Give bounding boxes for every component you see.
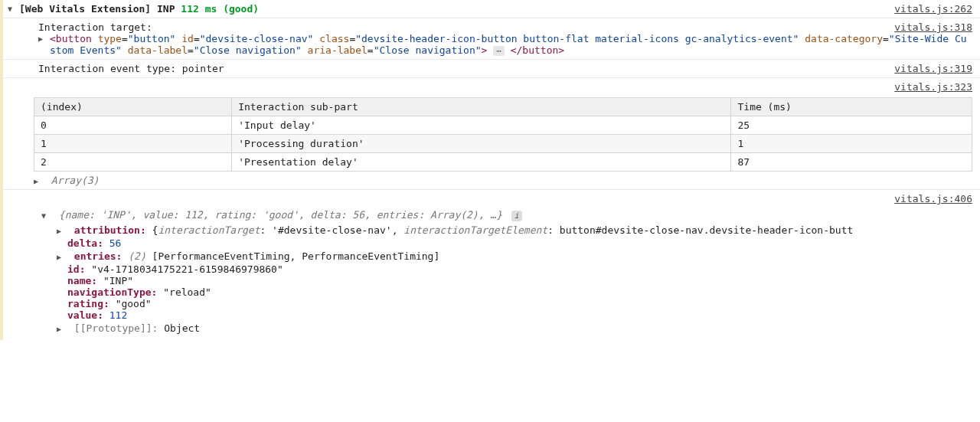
prototype-line[interactable]: ▶ [[Prototype]]: Object [3,321,972,335]
event-type-row: Interaction event type: pointer vitals.j… [0,60,980,78]
col-index: (index) [34,98,232,116]
event-type-text: Interaction event type: pointer [8,63,224,74]
value-line: value: 112 [3,309,972,321]
breakdown-table-wrap: (index) Interaction sub-part Time (ms) 0… [0,96,980,190]
delta-line: delta: 56 [3,237,972,249]
object-preview-line[interactable]: ▼ {name: 'INP', value: 112, rating: 'goo… [3,208,972,223]
info-icon[interactable]: i [511,211,522,221]
table-row: 2'Presentation delay'87 [34,153,972,172]
table-row: 1'Processing duration'1 [34,135,972,153]
ellipsis-icon[interactable]: ⋯ [493,46,505,56]
source-link[interactable]: vitals.js:318 [894,21,972,33]
chevron-right-icon[interactable]: ▶ [57,253,66,261]
source-link[interactable]: vitals.js:262 [894,3,972,15]
interaction-target-label: Interaction target: [8,21,152,33]
tag-open: <button [50,33,92,44]
source-link[interactable]: vitals.js:319 [894,63,972,74]
log-prefix: [Web Vitals Extension] [19,3,151,15]
object-source-row: vitals.js:406 [0,190,980,208]
col-time: Time (ms) [731,98,972,116]
chevron-right-icon[interactable]: ▶ [57,227,66,235]
chevron-right-icon[interactable]: ▶ [34,177,43,185]
navtype-line: navigationType: "reload" [3,286,972,298]
table-body: 0'Input delay'25 1'Processing duration'1… [34,116,972,172]
logged-element[interactable]: <button type="button" id="devsite-close-… [50,33,972,56]
table-source-row: vitals.js:323 [0,78,980,96]
chevron-right-icon[interactable]: ▶ [57,325,66,333]
source-link[interactable]: vitals.js:406 [894,193,972,204]
rating-line: rating: "good" [3,298,972,309]
name-line: name: "INP" [3,275,972,286]
chevron-down-icon[interactable]: ▼ [8,5,17,13]
attribution-line[interactable]: ▶ attribution: {interactionTarget: '#dev… [3,223,972,237]
log-header-row[interactable]: ▼ [Web Vitals Extension] INP 112 ms (goo… [0,0,980,18]
breakdown-table: (index) Interaction sub-part Time (ms) 0… [34,97,972,172]
col-subpart: Interaction sub-part [232,98,731,116]
array-footer[interactable]: Array(3) [51,175,100,186]
tag-close: </button> [511,44,564,56]
metric-name: INP [157,3,175,15]
metric-value: 112 ms [181,3,217,15]
interaction-target-row: Interaction target: vitals.js:318 ▶ <but… [0,18,980,60]
source-link[interactable]: vitals.js:323 [894,81,972,93]
table-row: 0'Input delay'25 [34,116,972,135]
chevron-down-icon[interactable]: ▼ [41,211,51,220]
entries-line[interactable]: ▶ entries: (2) [PerformanceEventTiming, … [3,249,972,263]
id-line: id: "v4-1718034175221-6159846979860" [3,263,972,275]
chevron-right-icon[interactable]: ▶ [38,34,47,56]
metric-rating: (good) [223,3,259,15]
